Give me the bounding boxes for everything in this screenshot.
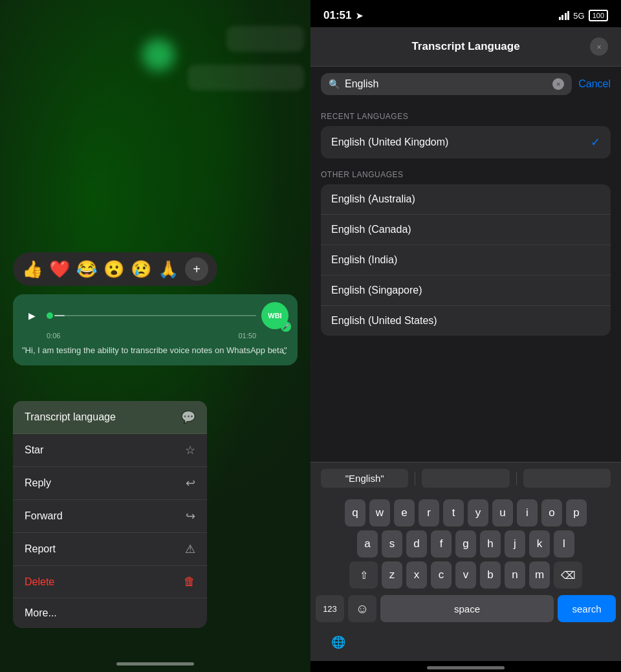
- key-t[interactable]: t: [443, 499, 464, 526]
- context-menu-item-star[interactable]: Star ☆: [13, 434, 207, 467]
- key-e[interactable]: e: [394, 499, 415, 526]
- language-item-india[interactable]: English (India): [321, 245, 611, 276]
- context-item-label-more: More...: [25, 607, 57, 619]
- search-input[interactable]: English: [345, 78, 547, 90]
- right-panel: 01:51 ➤ 5G 100 Transcript Language ×: [310, 0, 621, 672]
- expand-icon[interactable]: ⌄: [281, 346, 289, 356]
- blurred-messages: [6, 26, 304, 129]
- sender-avatar-container: WBI 🎤: [261, 302, 289, 329]
- predictive-item-1[interactable]: "English": [321, 469, 408, 488]
- key-w[interactable]: w: [369, 499, 390, 526]
- predictive-item-3[interactable]: [523, 469, 611, 488]
- backspace-key[interactable]: ⌫: [554, 561, 582, 589]
- language-item-uk[interactable]: English (United Kingdom) ✓: [321, 126, 611, 158]
- context-menu-item-forward[interactable]: Forward ↪: [13, 500, 207, 533]
- key-j[interactable]: j: [505, 530, 525, 558]
- time-elapsed: 0:06: [47, 332, 60, 340]
- keyboard-row-1: q w e r t y u i o p: [313, 499, 618, 526]
- predictive-sep-2: [516, 471, 517, 485]
- reaction-thumbs-up[interactable]: 👍: [22, 259, 43, 279]
- status-time: 01:51 ➤: [323, 9, 363, 22]
- key-l[interactable]: l: [554, 530, 574, 558]
- key-q[interactable]: q: [345, 499, 365, 526]
- signal-bars: [559, 11, 570, 20]
- context-menu-item-delete[interactable]: Delete 🗑: [13, 566, 207, 598]
- voice-controls: ▶ WBI 🎤: [22, 302, 289, 329]
- key-o[interactable]: o: [541, 499, 562, 526]
- shift-key[interactable]: ⇧: [349, 561, 378, 589]
- search-clear-button[interactable]: ×: [552, 78, 564, 90]
- left-panel: 👍 ❤️ 😂 😮 😢 🙏 + ▶ WBI 🎤: [0, 0, 310, 672]
- context-item-label-star: Star: [25, 444, 43, 456]
- delete-icon: 🗑: [184, 575, 195, 589]
- modal-header: Transcript Language ×: [310, 27, 621, 67]
- reaction-wow[interactable]: 😮: [104, 259, 124, 279]
- key-v[interactable]: v: [455, 561, 476, 589]
- search-input-wrapper: 🔍 English ×: [321, 73, 572, 95]
- key-a[interactable]: a: [357, 530, 378, 558]
- context-menu-item-transcript[interactable]: Transcript language 💬: [13, 401, 207, 434]
- key-s[interactable]: s: [382, 530, 402, 558]
- voice-note-bubble: ▶ WBI 🎤 0:06 01:50 "Hi, I am testing the…: [13, 294, 298, 365]
- reaction-pray[interactable]: 🙏: [158, 259, 179, 279]
- network-label: 5G: [573, 11, 584, 21]
- key-i[interactable]: i: [517, 499, 538, 526]
- context-item-label-delete: Delete: [25, 576, 54, 588]
- key-x[interactable]: x: [406, 561, 427, 589]
- modal-title: Transcript Language: [342, 40, 590, 53]
- battery-label: 100: [589, 10, 608, 21]
- search-key[interactable]: search: [558, 595, 616, 622]
- close-button[interactable]: ×: [590, 38, 608, 56]
- search-bar-container: 🔍 English × Cancel: [310, 67, 621, 102]
- key-r[interactable]: r: [419, 499, 439, 526]
- predictive-sep-1: [415, 471, 415, 485]
- predictive-item-2[interactable]: [422, 469, 509, 488]
- context-menu-item-more[interactable]: More...: [13, 598, 207, 628]
- key-z[interactable]: z: [382, 561, 402, 589]
- reaction-cry[interactable]: 😢: [131, 259, 151, 279]
- key-d[interactable]: d: [406, 530, 427, 558]
- home-indicator-left: [116, 662, 194, 666]
- play-button[interactable]: ▶: [22, 306, 41, 325]
- key-u[interactable]: u: [492, 499, 513, 526]
- language-item-singapore[interactable]: English (Singapore): [321, 276, 611, 306]
- key-b[interactable]: b: [480, 561, 501, 589]
- key-m[interactable]: m: [529, 561, 550, 589]
- time-total: 01:50: [238, 332, 256, 340]
- reaction-heart[interactable]: ❤️: [49, 259, 70, 279]
- keyboard-row-3: ⇧ z x c v b n m ⌫: [313, 561, 618, 589]
- report-icon: ⚠: [185, 542, 195, 556]
- key-h[interactable]: h: [480, 530, 501, 558]
- star-icon: ☆: [185, 443, 195, 457]
- key-y[interactable]: y: [468, 499, 488, 526]
- language-item-australia[interactable]: English (Australia): [321, 184, 611, 215]
- globe-key[interactable]: 🌐: [318, 629, 358, 656]
- context-menu-item-reply[interactable]: Reply ↩: [13, 467, 207, 500]
- forward-icon: ↪: [186, 509, 195, 523]
- key-g[interactable]: g: [455, 530, 476, 558]
- language-item-us[interactable]: English (United States): [321, 306, 611, 336]
- cancel-button[interactable]: Cancel: [578, 78, 611, 90]
- key-c[interactable]: c: [431, 561, 452, 589]
- voice-transcript: "Hi, I am testing the ability to transcr…: [22, 345, 289, 356]
- key-k[interactable]: k: [529, 530, 550, 558]
- key-f[interactable]: f: [431, 530, 452, 558]
- language-item-canada[interactable]: English (Canada): [321, 215, 611, 245]
- reply-icon: ↩: [186, 476, 195, 490]
- recent-languages-header: RECENT LANGUAGES: [321, 102, 611, 126]
- key-p[interactable]: p: [566, 499, 587, 526]
- globe-row: 🌐: [313, 627, 618, 658]
- location-icon: ➤: [356, 11, 363, 21]
- numbers-key[interactable]: 123: [316, 595, 344, 622]
- emoji-key[interactable]: ☺: [348, 595, 376, 622]
- context-menu: Transcript language 💬 Star ☆ Reply ↩ For…: [13, 401, 207, 628]
- space-key[interactable]: space: [380, 595, 554, 622]
- reaction-laugh[interactable]: 😂: [76, 259, 97, 279]
- status-bar: 01:51 ➤ 5G 100: [310, 0, 621, 27]
- mic-indicator: 🎤: [281, 321, 291, 332]
- checkmark-icon: ✓: [591, 135, 600, 149]
- reaction-more-button[interactable]: +: [185, 257, 208, 281]
- context-menu-item-report[interactable]: Report ⚠: [13, 533, 207, 566]
- key-n[interactable]: n: [505, 561, 525, 589]
- keyboard-row-4: 123 ☺ space search: [313, 592, 618, 627]
